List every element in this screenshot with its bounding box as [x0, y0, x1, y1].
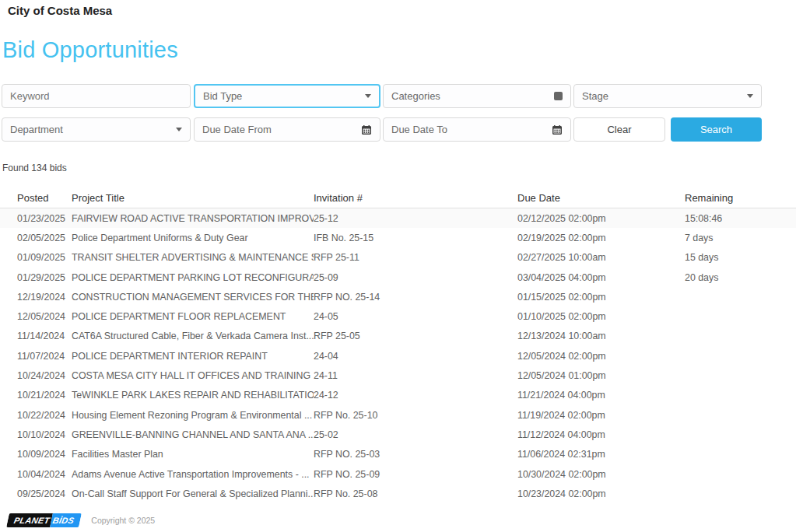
table-row[interactable]: 10/04/2024Adams Avenue Active Transporta…: [0, 464, 796, 484]
chevron-down-icon: [747, 94, 753, 98]
calendar-icon: [361, 124, 372, 135]
table-row[interactable]: 11/07/2024POLICE DEPARTMENT INTERIOR REP…: [0, 346, 796, 366]
categories-select[interactable]: Categories: [383, 84, 571, 108]
cell-due: 12/05/2024 02:00pm: [517, 351, 685, 362]
table-row[interactable]: 01/09/2025TRANSIT SHELTER ADVERTISING & …: [0, 248, 796, 268]
due-date-from-placeholder: Due Date From: [202, 124, 356, 135]
cell-title: COSTA MESA CITY HALL IT OFFICES AND TRAI…: [72, 370, 314, 381]
cell-posted: 01/09/2025: [17, 252, 72, 263]
footer: PLANET BİDS Copyright © 2025: [8, 513, 155, 527]
categories-label: Categories: [391, 90, 549, 102]
cell-title: Facilities Master Plan: [72, 449, 314, 460]
cell-posted: 12/05/2024: [17, 311, 72, 322]
cell-posted: 01/29/2025: [17, 272, 72, 283]
cell-title: TRANSIT SHELTER ADVERTISING & MAINTENANC…: [72, 252, 314, 263]
due-date-from-input[interactable]: Due Date From: [194, 117, 380, 142]
categories-square-icon: [554, 92, 563, 100]
cell-invitation: 25-02: [314, 429, 517, 440]
agency-name: City of Costa Mesa: [8, 4, 112, 17]
cell-due: 02/27/2025 10:00am: [517, 252, 685, 263]
cell-due: 11/12/2024 04:00pm: [517, 429, 685, 440]
keyword-input[interactable]: [2, 84, 191, 108]
table-row[interactable]: 12/05/2024POLICE DEPARTMENT FLOOR REPLAC…: [0, 306, 796, 326]
results-count: Found 134 bids: [2, 163, 67, 173]
cell-invitation: RFP No. 25-08: [314, 488, 517, 499]
stage-label: Stage: [582, 90, 742, 102]
cell-due: 01/10/2025 02:00pm: [517, 311, 685, 322]
cell-invitation: 24-05: [314, 311, 517, 322]
copyright-text: Copyright © 2025: [91, 516, 155, 525]
column-header-project-title[interactable]: Project Title: [72, 192, 314, 204]
cell-posted: 09/25/2024: [17, 488, 72, 499]
cell-title: CAT6A Structured Cable, Fiber & Verkada …: [72, 331, 314, 341]
cell-title: On-Call Staff Support For General & Spec…: [72, 488, 314, 499]
cell-invitation: RFP NO. 25-14: [314, 292, 517, 303]
filter-row-1: Bid Type Categories Stage: [0, 84, 796, 108]
department-label: Department: [10, 124, 171, 135]
cell-title: POLICE DEPARTMENT FLOOR REPLACEMENT: [72, 311, 314, 322]
table-row[interactable]: 02/05/2025Police Department Uniforms & D…: [0, 228, 796, 247]
column-header-posted[interactable]: Posted: [17, 192, 72, 204]
bid-type-label: Bid Type: [203, 90, 360, 102]
cell-title: CONSTRUCTION MANAGEMENT SERVICES FOR THE…: [72, 292, 314, 303]
cell-remaining: 15 days: [685, 252, 796, 263]
bid-type-select[interactable]: Bid Type: [194, 84, 380, 108]
cell-title: POLICE DEPARTMENT PARKING LOT RECONFIGUR…: [72, 272, 314, 283]
cell-due: 01/15/2025 02:00pm: [517, 292, 685, 303]
cell-posted: 11/07/2024: [17, 351, 72, 362]
cell-due: 02/12/2025 02:00pm: [517, 213, 685, 224]
table-row[interactable]: 10/10/2024GREENVILLE-BANNING CHANNEL AND…: [0, 425, 796, 444]
cell-due: 12/13/2024 10:00am: [517, 331, 685, 341]
cell-invitation: RFP NO. 25-09: [314, 469, 517, 480]
column-header-due-date[interactable]: Due Date: [517, 192, 685, 204]
column-header-invitation[interactable]: Invitation #: [314, 192, 517, 204]
cell-due: 10/23/2024 02:00pm: [517, 488, 685, 499]
planetbids-logo: PLANET BİDS: [6, 513, 82, 527]
table-body: 01/23/2025FAIRVIEW ROAD ACTIVE TRANSPORT…: [0, 208, 796, 503]
cell-invitation: 24-11: [314, 370, 517, 381]
table-row[interactable]: 01/23/2025FAIRVIEW ROAD ACTIVE TRANSPORT…: [0, 208, 796, 228]
table-row[interactable]: 10/21/2024TeWINKLE PARK LAKES REPAIR AND…: [0, 386, 796, 405]
table-row[interactable]: 10/09/2024Facilities Master PlanRFP NO. …: [0, 445, 796, 464]
cell-remaining: 7 days: [685, 233, 796, 243]
bid-opportunities-page: City of Costa Mesa Bid Opportunities Bid…: [0, 0, 796, 532]
cell-due: 11/06/2024 02:31pm: [517, 449, 685, 460]
table-row[interactable]: 11/14/2024CAT6A Structured Cable, Fiber …: [0, 327, 796, 346]
cell-title: Housing Element Rezoning Program & Envir…: [72, 410, 314, 421]
table-row[interactable]: 10/22/2024Housing Element Rezoning Progr…: [0, 405, 796, 425]
cell-posted: 10/04/2024: [17, 469, 72, 480]
cell-invitation: RFP 25-05: [314, 331, 517, 341]
cell-posted: 01/23/2025: [17, 213, 72, 224]
table-row[interactable]: 12/19/2024CONSTRUCTION MANAGEMENT SERVIC…: [0, 287, 796, 306]
cell-title: FAIRVIEW ROAD ACTIVE TRANSPORTATION IMPR…: [72, 213, 314, 224]
table-row[interactable]: 09/25/2024On-Call Staff Support For Gene…: [0, 484, 796, 503]
calendar-icon: [552, 124, 563, 135]
due-date-to-placeholder: Due Date To: [391, 124, 547, 135]
cell-posted: 12/19/2024: [17, 292, 72, 303]
filter-row-2: Department Due Date From Due Date To Cle…: [0, 117, 796, 142]
column-header-remaining[interactable]: Remaining: [685, 192, 796, 204]
cell-due: 11/21/2024 04:00pm: [517, 390, 685, 401]
cell-invitation: 25-09: [314, 272, 517, 283]
cell-invitation: 24-04: [314, 351, 517, 362]
cell-title: Adams Avenue Active Transportation Impro…: [72, 469, 314, 480]
page-title: Bid Opportunities: [2, 37, 178, 63]
table-row[interactable]: 10/24/2024COSTA MESA CITY HALL IT OFFICE…: [0, 366, 796, 385]
due-date-to-input[interactable]: Due Date To: [383, 117, 571, 142]
cell-invitation: 25-12: [314, 213, 517, 224]
department-select[interactable]: Department: [2, 117, 191, 142]
cell-posted: 10/22/2024: [17, 410, 72, 421]
cell-title: Police Department Uniforms & Duty Gear: [72, 233, 314, 243]
cell-due: 12/05/2024 01:00pm: [517, 370, 685, 381]
bids-table: Posted Project Title Invitation # Due Da…: [0, 188, 796, 503]
cell-invitation: RFP 25-11: [314, 252, 517, 263]
cell-remaining: 20 days: [685, 272, 796, 283]
stage-select[interactable]: Stage: [573, 84, 762, 108]
cell-due: 02/19/2025 02:00pm: [517, 233, 685, 243]
table-row[interactable]: 01/29/2025POLICE DEPARTMENT PARKING LOT …: [0, 268, 796, 287]
clear-button[interactable]: Clear: [573, 117, 665, 142]
cell-due: 03/04/2025 04:00pm: [517, 272, 685, 283]
cell-posted: 10/24/2024: [17, 370, 72, 381]
cell-remaining: 15:08:46: [685, 213, 796, 224]
search-button[interactable]: Search: [671, 117, 762, 142]
